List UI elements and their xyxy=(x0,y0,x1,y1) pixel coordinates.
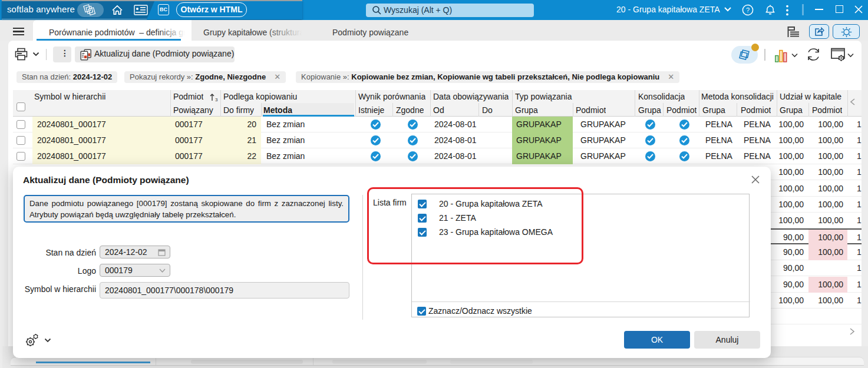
svg-text:?: ? xyxy=(746,6,750,14)
svg-text:3: 3 xyxy=(215,97,218,102)
